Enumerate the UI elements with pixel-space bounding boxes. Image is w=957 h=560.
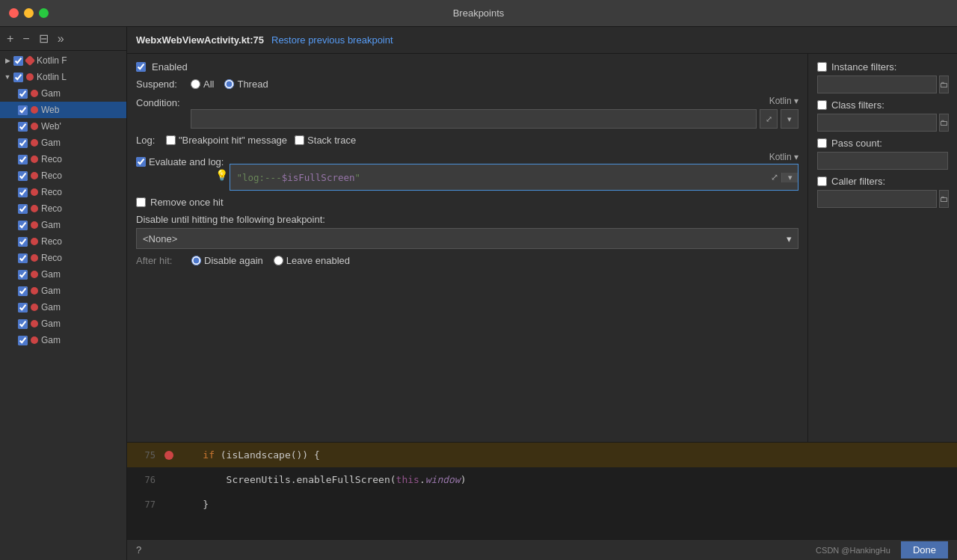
pass-count-label: Pass count: <box>831 138 882 149</box>
list-item[interactable]: Reco <box>0 200 126 217</box>
props-main: Enabled Suspend: All Thread <box>127 54 807 442</box>
done-button[interactable]: Done <box>901 541 948 559</box>
condition-expand-button[interactable]: ⤢ <box>760 109 778 129</box>
after-hit-disable-radio[interactable] <box>191 256 201 265</box>
suspend-all-radio[interactable] <box>191 79 200 89</box>
breakpoint-file: WebxWebViewActivity.kt:75 <box>136 34 264 46</box>
after-hit-leave-radio[interactable] <box>274 256 283 265</box>
item-label: Gam <box>41 335 123 345</box>
class-filters-folder-button[interactable]: 🗀 <box>939 114 949 132</box>
caller-filters-checkbox[interactable] <box>817 176 827 186</box>
item-dot <box>31 172 38 179</box>
log-stacktrace-checkbox[interactable] <box>295 135 304 145</box>
item-checkbox[interactable] <box>18 138 28 148</box>
item-checkbox[interactable] <box>18 155 28 164</box>
item-checkbox[interactable] <box>18 122 28 132</box>
pass-count-input-row <box>817 152 948 170</box>
restore-breakpoint-link[interactable]: Restore previous breakpoint <box>271 34 393 46</box>
minimize-button[interactable] <box>24 8 34 18</box>
breakpoints-toolbar: + − ⊟ » <box>0 27 126 51</box>
item-checkbox[interactable] <box>18 286 28 296</box>
list-item[interactable]: Web <box>0 102 126 118</box>
list-item[interactable]: Gam <box>0 217 126 233</box>
watermark-text: CSDN @HankingHu <box>816 546 890 555</box>
item-dot <box>31 238 38 245</box>
code-lines: 75 if (isLandscape()) { 76 ScreenUtils.e… <box>127 443 957 539</box>
item-dot <box>31 205 38 212</box>
after-hit-leave-option[interactable]: Leave enabled <box>274 255 350 266</box>
item-checkbox[interactable] <box>18 237 28 247</box>
close-button[interactable] <box>9 8 19 18</box>
list-item[interactable]: Reco <box>0 184 126 200</box>
item-checkbox[interactable] <box>18 253 28 263</box>
more-button[interactable]: » <box>55 31 67 47</box>
item-checkbox[interactable] <box>18 188 28 197</box>
item-checkbox[interactable] <box>18 319 28 329</box>
kotlin-f-checkbox[interactable] <box>13 56 23 66</box>
add-breakpoint-button[interactable]: + <box>4 31 16 47</box>
eval-expand-button[interactable]: ⤢ <box>768 172 781 182</box>
eval-input[interactable]: "log:---$isFullScreen" <box>230 164 768 190</box>
item-checkbox[interactable] <box>18 171 28 181</box>
line-number-76: 76 <box>133 475 156 485</box>
after-hit-disable-option[interactable]: Disable again <box>191 255 263 266</box>
log-breakpoint-hit-checkbox[interactable] <box>166 135 176 145</box>
item-label: Gam <box>41 319 123 329</box>
suspend-thread-radio[interactable] <box>224 79 234 89</box>
instance-filters-checkbox[interactable] <box>817 62 827 72</box>
after-hit-label: After hit: <box>136 255 181 266</box>
class-filters-checkbox[interactable] <box>817 100 827 110</box>
list-item[interactable]: Gam <box>0 85 126 102</box>
condition-kotlin-dropdown[interactable]: Kotlin ▾ <box>769 96 798 106</box>
remove-breakpoint-button[interactable]: − <box>20 31 31 47</box>
item-checkbox[interactable] <box>18 303 28 313</box>
list-item[interactable]: Gam <box>0 266 126 283</box>
list-item[interactable]: Web' <box>0 118 126 135</box>
item-label: Web <box>41 105 123 115</box>
condition-arrow-button[interactable]: ▾ <box>781 109 798 129</box>
list-item[interactable]: Gam <box>0 332 126 348</box>
list-item[interactable]: Gam <box>0 135 126 151</box>
enabled-checkbox[interactable] <box>136 62 146 72</box>
eval-left: Evaluate and log: <box>136 156 224 167</box>
folder-button[interactable]: ⊟ <box>37 30 51 47</box>
chevron-icon: ▼ <box>3 73 12 81</box>
item-label: Gam <box>41 286 123 296</box>
list-item[interactable]: Reco <box>0 233 126 250</box>
pass-count-checkbox[interactable] <box>817 138 827 148</box>
class-filters-input[interactable] <box>817 114 937 132</box>
item-checkbox[interactable] <box>18 204 28 214</box>
help-button[interactable]: ? <box>136 544 141 556</box>
pass-count-header: Pass count: <box>817 138 948 149</box>
remove-once-hit-checkbox[interactable] <box>136 197 146 207</box>
class-filters-header: Class filters: <box>817 99 948 111</box>
suspend-thread-option[interactable]: Thread <box>224 79 268 90</box>
list-item[interactable]: Reco <box>0 250 126 266</box>
list-item[interactable]: Reco <box>0 151 126 167</box>
condition-input[interactable] <box>191 109 757 129</box>
eval-kotlin-dropdown[interactable]: Kotlin ▾ <box>769 152 798 162</box>
kotlin-f-group-header[interactable]: ▶ Kotlin F <box>0 52 126 69</box>
item-checkbox[interactable] <box>18 221 28 230</box>
caller-filters-input[interactable] <box>817 190 937 208</box>
item-checkbox[interactable] <box>18 89 28 99</box>
suspend-all-option[interactable]: All <box>191 79 214 90</box>
caller-filters-folder-button[interactable]: 🗀 <box>939 190 949 208</box>
pass-count-input[interactable] <box>817 152 948 170</box>
list-item[interactable]: Reco <box>0 167 126 184</box>
instance-filters-folder-button[interactable]: 🗀 <box>939 76 949 93</box>
maximize-button[interactable] <box>39 8 49 18</box>
disable-until-dropdown[interactable]: <None> ▾ <box>136 228 798 249</box>
item-checkbox[interactable] <box>18 270 28 280</box>
list-item[interactable]: Gam <box>0 283 126 299</box>
item-checkbox[interactable] <box>18 336 28 345</box>
item-checkbox[interactable] <box>18 105 28 115</box>
kotlin-l-checkbox[interactable] <box>13 73 23 82</box>
list-item[interactable]: Gam <box>0 316 126 332</box>
eval-checkbox[interactable] <box>136 157 146 167</box>
instance-filters-input[interactable] <box>817 76 937 93</box>
list-item[interactable]: Gam <box>0 299 126 316</box>
kotlin-l-group-header[interactable]: ▼ Kotlin L <box>0 69 126 85</box>
evaluate-log-row: Evaluate and log: Kotlin ▾ 💡 "log:---$is… <box>136 152 798 191</box>
eval-arrow-button[interactable]: ▾ <box>781 173 798 182</box>
